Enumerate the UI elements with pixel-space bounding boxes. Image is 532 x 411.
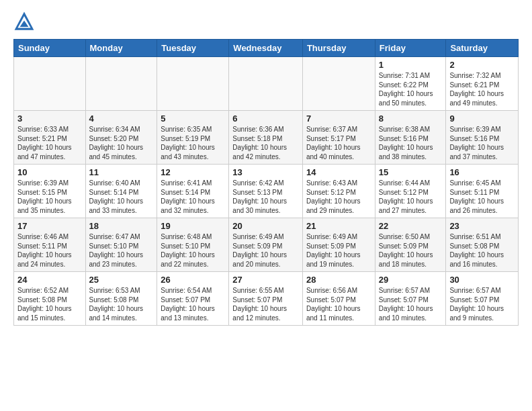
calendar-cell: 29Sunrise: 6:57 AM Sunset: 5:07 PM Dayli… (375, 272, 446, 326)
calendar-cell: 20Sunrise: 6:49 AM Sunset: 5:09 PM Dayli… (229, 218, 303, 272)
day-info: Sunrise: 6:51 AM Sunset: 5:08 PM Dayligh… (449, 232, 515, 269)
day-number: 29 (379, 275, 443, 285)
calendar-cell: 7Sunrise: 6:37 AM Sunset: 5:17 PM Daylig… (302, 111, 375, 165)
day-info: Sunrise: 6:48 AM Sunset: 5:10 PM Dayligh… (161, 232, 225, 269)
day-of-week-header: Monday (85, 40, 157, 57)
calendar-cell: 5Sunrise: 6:35 AM Sunset: 5:19 PM Daylig… (157, 111, 229, 165)
day-number: 27 (232, 275, 299, 285)
day-info: Sunrise: 6:44 AM Sunset: 5:12 PM Dayligh… (379, 179, 443, 215)
day-info: Sunrise: 6:46 AM Sunset: 5:11 PM Dayligh… (17, 232, 82, 269)
day-info: Sunrise: 6:50 AM Sunset: 5:09 PM Dayligh… (379, 232, 443, 269)
day-number: 10 (17, 167, 82, 177)
day-info: Sunrise: 6:57 AM Sunset: 5:07 PM Dayligh… (379, 286, 443, 322)
day-of-week-header: Tuesday (157, 40, 229, 57)
calendar-cell: 23Sunrise: 6:51 AM Sunset: 5:08 PM Dayli… (446, 218, 519, 272)
logo (13, 11, 39, 32)
day-number: 8 (379, 113, 443, 124)
calendar-cell (85, 57, 157, 111)
calendar-cell: 15Sunrise: 6:44 AM Sunset: 5:12 PM Dayli… (375, 165, 446, 218)
calendar-cell: 3Sunrise: 6:33 AM Sunset: 5:21 PM Daylig… (14, 111, 86, 165)
day-number: 28 (306, 275, 371, 285)
calendar-cell: 22Sunrise: 6:50 AM Sunset: 5:09 PM Dayli… (375, 218, 446, 272)
general-blue-icon (13, 11, 35, 32)
day-info: Sunrise: 6:47 AM Sunset: 5:10 PM Dayligh… (89, 232, 154, 269)
day-info: Sunrise: 6:39 AM Sunset: 5:16 PM Dayligh… (449, 125, 515, 161)
day-info: Sunrise: 6:33 AM Sunset: 5:21 PM Dayligh… (17, 125, 82, 161)
day-info: Sunrise: 6:42 AM Sunset: 5:13 PM Dayligh… (232, 179, 299, 215)
day-of-week-header: Sunday (14, 40, 86, 57)
day-number: 26 (161, 275, 225, 285)
day-info: Sunrise: 6:54 AM Sunset: 5:07 PM Dayligh… (161, 286, 225, 322)
day-info: Sunrise: 7:32 AM Sunset: 6:21 PM Dayligh… (449, 71, 515, 107)
day-of-week-header: Wednesday (229, 40, 303, 57)
calendar-cell: 25Sunrise: 6:53 AM Sunset: 5:08 PM Dayli… (85, 272, 157, 326)
day-number: 19 (161, 221, 225, 231)
day-info: Sunrise: 6:38 AM Sunset: 5:16 PM Dayligh… (379, 125, 443, 161)
calendar-cell: 17Sunrise: 6:46 AM Sunset: 5:11 PM Dayli… (14, 218, 86, 272)
day-number: 24 (17, 275, 82, 285)
calendar-week-row: 17Sunrise: 6:46 AM Sunset: 5:11 PM Dayli… (14, 218, 519, 272)
day-info: Sunrise: 6:45 AM Sunset: 5:11 PM Dayligh… (449, 179, 515, 215)
calendar-cell: 24Sunrise: 6:52 AM Sunset: 5:08 PM Dayli… (14, 272, 86, 326)
day-info: Sunrise: 6:57 AM Sunset: 5:07 PM Dayligh… (449, 286, 515, 322)
day-number: 14 (306, 167, 371, 177)
day-info: Sunrise: 6:39 AM Sunset: 5:15 PM Dayligh… (17, 179, 82, 215)
day-number: 23 (449, 221, 515, 231)
day-info: Sunrise: 6:34 AM Sunset: 5:20 PM Dayligh… (89, 125, 154, 161)
day-number: 21 (306, 221, 371, 231)
calendar-cell: 9Sunrise: 6:39 AM Sunset: 5:16 PM Daylig… (446, 111, 519, 165)
calendar-cell: 6Sunrise: 6:36 AM Sunset: 5:18 PM Daylig… (229, 111, 303, 165)
day-number: 5 (161, 113, 225, 124)
calendar-cell: 19Sunrise: 6:48 AM Sunset: 5:10 PM Dayli… (157, 218, 229, 272)
day-number: 17 (17, 221, 82, 231)
calendar-week-row: 24Sunrise: 6:52 AM Sunset: 5:08 PM Dayli… (14, 272, 519, 326)
day-info: Sunrise: 6:36 AM Sunset: 5:18 PM Dayligh… (232, 125, 299, 161)
calendar-cell: 21Sunrise: 6:49 AM Sunset: 5:09 PM Dayli… (302, 218, 375, 272)
day-info: Sunrise: 6:43 AM Sunset: 5:12 PM Dayligh… (306, 179, 371, 215)
header (13, 11, 519, 32)
day-info: Sunrise: 6:52 AM Sunset: 5:08 PM Dayligh… (17, 286, 82, 322)
day-number: 25 (89, 275, 154, 285)
calendar-week-row: 10Sunrise: 6:39 AM Sunset: 5:15 PM Dayli… (14, 165, 519, 218)
day-number: 6 (232, 113, 299, 124)
day-number: 2 (449, 60, 515, 70)
day-of-week-header: Thursday (302, 40, 375, 57)
day-info: Sunrise: 6:37 AM Sunset: 5:17 PM Dayligh… (306, 125, 371, 161)
day-info: Sunrise: 6:53 AM Sunset: 5:08 PM Dayligh… (89, 286, 154, 322)
day-number: 18 (89, 221, 154, 231)
day-info: Sunrise: 6:41 AM Sunset: 5:14 PM Dayligh… (161, 179, 225, 215)
calendar-cell: 27Sunrise: 6:55 AM Sunset: 5:07 PM Dayli… (229, 272, 303, 326)
day-of-week-header: Saturday (446, 40, 519, 57)
calendar-cell: 30Sunrise: 6:57 AM Sunset: 5:07 PM Dayli… (446, 272, 519, 326)
calendar-header-row: SundayMondayTuesdayWednesdayThursdayFrid… (14, 40, 519, 57)
day-number: 20 (232, 221, 299, 231)
calendar-cell (229, 57, 303, 111)
day-number: 9 (449, 113, 515, 124)
calendar-week-row: 3Sunrise: 6:33 AM Sunset: 5:21 PM Daylig… (14, 111, 519, 165)
day-number: 22 (379, 221, 443, 231)
calendar-cell: 16Sunrise: 6:45 AM Sunset: 5:11 PM Dayli… (446, 165, 519, 218)
day-info: Sunrise: 6:40 AM Sunset: 5:14 PM Dayligh… (89, 179, 154, 215)
calendar-cell: 14Sunrise: 6:43 AM Sunset: 5:12 PM Dayli… (302, 165, 375, 218)
calendar-cell: 8Sunrise: 6:38 AM Sunset: 5:16 PM Daylig… (375, 111, 446, 165)
day-info: Sunrise: 6:35 AM Sunset: 5:19 PM Dayligh… (161, 125, 225, 161)
calendar-cell: 10Sunrise: 6:39 AM Sunset: 5:15 PM Dayli… (14, 165, 86, 218)
day-number: 30 (449, 275, 515, 285)
day-number: 3 (17, 113, 82, 124)
day-info: Sunrise: 6:49 AM Sunset: 5:09 PM Dayligh… (232, 232, 299, 269)
calendar-week-row: 1Sunrise: 7:31 AM Sunset: 6:22 PM Daylig… (14, 57, 519, 111)
calendar-cell: 18Sunrise: 6:47 AM Sunset: 5:10 PM Dayli… (85, 218, 157, 272)
day-number: 13 (232, 167, 299, 177)
calendar-cell (157, 57, 229, 111)
day-number: 15 (379, 167, 443, 177)
calendar-cell (302, 57, 375, 111)
calendar: SundayMondayTuesdayWednesdayThursdayFrid… (13, 39, 519, 326)
calendar-cell: 12Sunrise: 6:41 AM Sunset: 5:14 PM Dayli… (157, 165, 229, 218)
page: SundayMondayTuesdayWednesdayThursdayFrid… (0, 0, 532, 332)
day-number: 16 (449, 167, 515, 177)
day-info: Sunrise: 6:55 AM Sunset: 5:07 PM Dayligh… (232, 286, 299, 322)
day-info: Sunrise: 6:49 AM Sunset: 5:09 PM Dayligh… (306, 232, 371, 269)
day-number: 12 (161, 167, 225, 177)
calendar-cell: 28Sunrise: 6:56 AM Sunset: 5:07 PM Dayli… (302, 272, 375, 326)
calendar-cell: 4Sunrise: 6:34 AM Sunset: 5:20 PM Daylig… (85, 111, 157, 165)
